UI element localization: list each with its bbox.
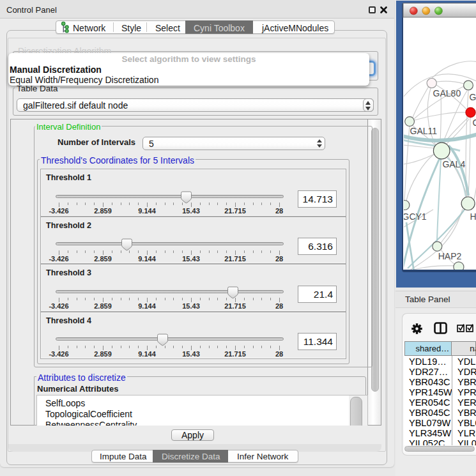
svg-text:HAP2: HAP2 [438, 251, 462, 261]
svg-text:C: C [473, 118, 476, 128]
svg-text:H: H [470, 211, 476, 222]
svg-text:GAL4: GAL4 [442, 159, 465, 169]
svg-text:GAL11: GAL11 [410, 126, 438, 136]
svg-text:GCY1: GCY1 [403, 211, 427, 222]
svg-text:GAL80: GAL80 [433, 88, 461, 98]
svg-text:GA: GA [469, 92, 476, 102]
